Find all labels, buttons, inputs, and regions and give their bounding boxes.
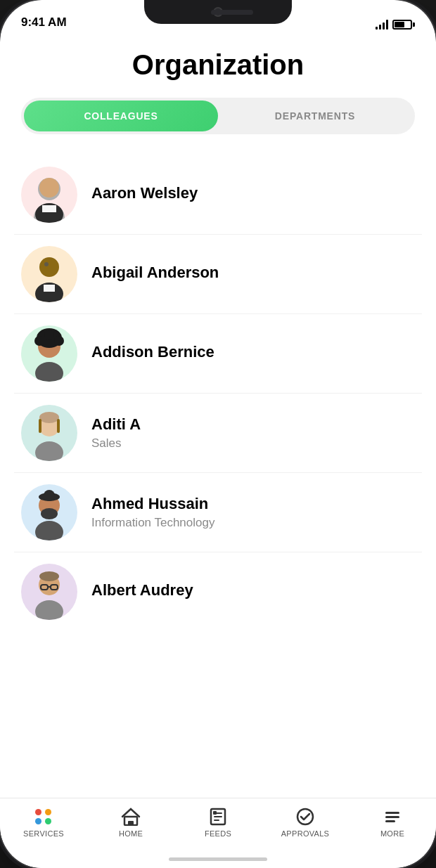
feeds-icon [207, 807, 229, 827]
nav-item-services[interactable]: SERVICES [0, 807, 87, 838]
tab-departments[interactable]: DEPARTMENTS [218, 101, 412, 131]
home-indicator [169, 857, 267, 861]
speaker [211, 10, 253, 15]
nav-item-feeds[interactable]: FEEDS [174, 807, 262, 838]
colleague-name: Ahmed Hussain [91, 495, 415, 513]
tab-toggle: COLLEAGUES DEPARTMENTS [21, 98, 415, 134]
svg-point-20 [35, 521, 63, 540]
list-item[interactable]: Aaron Welsley [14, 155, 422, 235]
status-icons [376, 20, 415, 30]
signal-icon [376, 20, 388, 30]
svg-rect-4 [42, 205, 56, 212]
svg-point-22 [41, 508, 58, 519]
nav-item-home[interactable]: HOME [87, 807, 174, 838]
nav-label-home: HOME [119, 829, 143, 838]
avatar [21, 484, 77, 540]
svg-rect-32 [128, 821, 134, 825]
phone-frame: 9:41 AM Organization [0, 0, 436, 868]
svg-rect-41 [385, 820, 395, 822]
home-icon [120, 807, 142, 827]
svg-point-8 [44, 262, 49, 266]
svg-rect-40 [385, 816, 399, 818]
approvals-icon [294, 807, 316, 827]
nav-item-approvals[interactable]: APPROVALS [262, 807, 349, 838]
colleague-name: Aaron Welsley [91, 184, 415, 202]
svg-point-2 [39, 178, 59, 197]
colleagues-list: Aaron Welsley Abigail Anderson [0, 155, 436, 798]
page-title: Organization [0, 35, 436, 98]
svg-point-30 [39, 571, 59, 581]
colleague-name: Abigail Anderson [91, 264, 415, 282]
main-content: Organization COLLEAGUES DEPARTMENTS [0, 35, 436, 798]
colleague-info: Aditi A Sales [91, 415, 415, 451]
colleague-info: Albert Audrey [91, 581, 415, 602]
list-item[interactable]: Aditi A Sales [14, 394, 422, 473]
colleague-name: Addison Bernice [91, 343, 415, 361]
battery-icon [392, 20, 415, 30]
svg-point-25 [35, 600, 63, 620]
colleague-info: Ahmed Hussain Information Technology [91, 495, 415, 530]
svg-point-12 [54, 336, 64, 346]
avatar [21, 325, 77, 382]
list-item[interactable]: Ahmed Hussain Information Technology [14, 473, 422, 552]
more-icon [381, 807, 404, 827]
svg-point-15 [35, 441, 63, 461]
nav-label-more: MORE [380, 829, 404, 838]
colleague-department: Information Technology [91, 516, 415, 530]
svg-point-38 [297, 809, 313, 824]
nav-item-more[interactable]: MORE [349, 807, 436, 838]
svg-point-11 [34, 336, 44, 346]
svg-rect-18 [39, 419, 41, 433]
colleague-info: Aaron Welsley [91, 184, 415, 205]
status-time: 9:41 AM [21, 15, 67, 30]
tab-colleagues[interactable]: COLLEAGUES [24, 101, 218, 131]
svg-point-14 [35, 362, 63, 382]
colleague-name: Albert Audrey [91, 581, 415, 600]
nav-label-services: SERVICES [23, 829, 64, 838]
svg-rect-19 [57, 419, 60, 433]
svg-point-13 [44, 330, 54, 340]
list-item[interactable]: Albert Audrey [14, 552, 422, 631]
nav-label-feeds: FEEDS [205, 829, 231, 838]
svg-point-5 [39, 257, 59, 277]
avatar [21, 564, 77, 620]
svg-rect-35 [214, 816, 222, 817]
colleague-name: Aditi A [91, 415, 415, 434]
avatar [21, 246, 77, 302]
svg-rect-39 [385, 812, 399, 814]
svg-rect-36 [214, 820, 219, 821]
colleague-info: Addison Bernice [91, 343, 415, 364]
list-item[interactable]: Abigail Anderson [14, 235, 422, 314]
avatar [21, 405, 77, 461]
svg-rect-37 [213, 811, 217, 815]
colleague-info: Abigail Anderson [91, 264, 415, 285]
notch [144, 0, 292, 24]
nav-label-approvals: APPROVALS [281, 829, 330, 838]
services-icon [32, 807, 55, 827]
list-item[interactable]: Addison Bernice [14, 314, 422, 394]
svg-point-24 [44, 490, 55, 501]
colleague-department: Sales [91, 436, 415, 451]
phone-screen: 9:41 AM Organization [0, 0, 436, 868]
svg-point-17 [39, 412, 59, 423]
svg-rect-7 [44, 285, 55, 292]
avatar [21, 167, 77, 223]
